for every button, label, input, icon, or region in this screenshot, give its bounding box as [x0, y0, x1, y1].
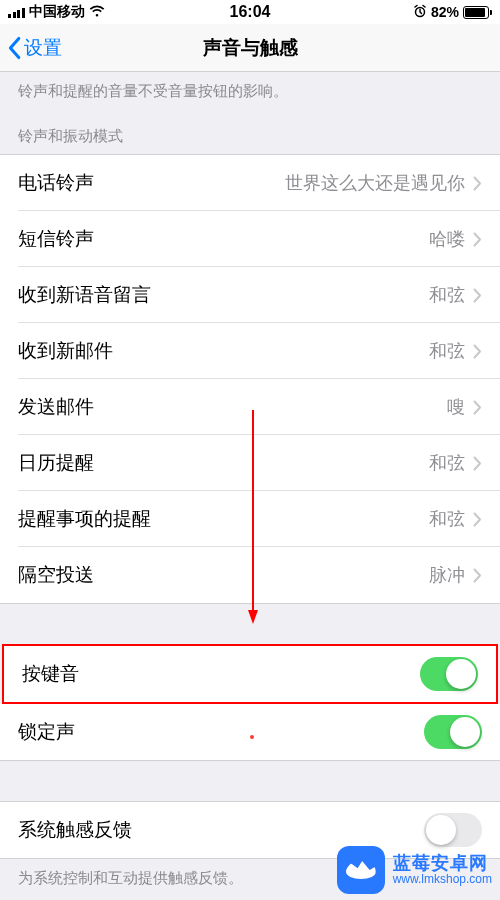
row-label: 系统触感反馈 [18, 817, 132, 843]
watermark-name: 蓝莓安卓网 [393, 854, 492, 874]
row-label: 收到新邮件 [18, 338, 113, 364]
battery-icon [463, 6, 492, 19]
row-value: 世界这么大还是遇见你 [285, 171, 465, 195]
row-label: 提醒事项的提醒 [18, 506, 151, 532]
content-scroll[interactable]: 铃声和提醒的音量不受音量按钮的影响。 铃声和振动模式 电话铃声 世界这么大还是遇… [0, 72, 500, 896]
chevron-right-icon [473, 288, 482, 303]
alarm-icon [413, 4, 427, 21]
chevron-right-icon [473, 512, 482, 527]
row-value: 嗖 [447, 395, 465, 419]
section-header-ringtone: 铃声和振动模式 [0, 109, 500, 154]
chevron-right-icon [473, 400, 482, 415]
row-value: 哈喽 [429, 227, 465, 251]
volume-desc: 铃声和提醒的音量不受音量按钮的影响。 [0, 72, 500, 109]
chevron-right-icon [473, 344, 482, 359]
clock: 16:04 [230, 3, 271, 21]
chevron-right-icon [473, 568, 482, 583]
watermark-url: www.lmkshop.com [393, 873, 492, 886]
status-bar: 中国移动 16:04 82% [0, 0, 500, 24]
page-title: 声音与触感 [203, 35, 298, 61]
row-ringtone[interactable]: 电话铃声 世界这么大还是遇见你 [0, 155, 500, 211]
battery-pct: 82% [431, 4, 459, 20]
row-label: 发送邮件 [18, 394, 94, 420]
row-reminders[interactable]: 提醒事项的提醒 和弦 [0, 491, 500, 547]
row-label: 锁定声 [18, 719, 75, 745]
watermark-logo-icon [337, 846, 385, 894]
wifi-icon [89, 4, 105, 20]
row-airdrop[interactable]: 隔空投送 脉冲 [0, 547, 500, 603]
row-keyboard-clicks: 按键音 [4, 646, 496, 702]
row-label: 收到新语音留言 [18, 282, 151, 308]
row-label: 日历提醒 [18, 450, 94, 476]
lock-sound-toggle[interactable] [424, 715, 482, 749]
carrier-label: 中国移动 [29, 3, 85, 21]
row-new-mail[interactable]: 收到新邮件 和弦 [0, 323, 500, 379]
row-calendar[interactable]: 日历提醒 和弦 [0, 435, 500, 491]
watermark: 蓝莓安卓网 www.lmkshop.com [337, 846, 492, 894]
back-label: 设置 [24, 35, 62, 61]
row-lock-sound: 锁定声 [0, 704, 500, 760]
nav-bar: 设置 声音与触感 [0, 24, 500, 72]
row-value: 和弦 [429, 283, 465, 307]
toggle-list-1: 按键音 [4, 646, 496, 702]
ringtone-list: 电话铃声 世界这么大还是遇见你 短信铃声 哈喽 收到新语音留言 和弦 收到新邮件 [0, 154, 500, 604]
row-value: 和弦 [429, 507, 465, 531]
row-text-tone[interactable]: 短信铃声 哈喽 [0, 211, 500, 267]
chevron-right-icon [473, 176, 482, 191]
row-label: 按键音 [22, 661, 79, 687]
toggle-list-2: 锁定声 [0, 704, 500, 761]
row-value: 脉冲 [429, 563, 465, 587]
system-haptics-toggle[interactable] [424, 813, 482, 847]
row-label: 隔空投送 [18, 562, 94, 588]
row-label: 电话铃声 [18, 170, 94, 196]
highlight-annotation: 按键音 [2, 644, 498, 704]
signal-icon [8, 6, 25, 18]
chevron-right-icon [473, 456, 482, 471]
row-sent-mail[interactable]: 发送邮件 嗖 [0, 379, 500, 435]
chevron-right-icon [473, 232, 482, 247]
dot-annotation [250, 735, 254, 739]
chevron-left-icon [6, 36, 22, 60]
row-voicemail[interactable]: 收到新语音留言 和弦 [0, 267, 500, 323]
keyboard-clicks-toggle[interactable] [420, 657, 478, 691]
row-value: 和弦 [429, 451, 465, 475]
row-label: 短信铃声 [18, 226, 94, 252]
back-button[interactable]: 设置 [0, 35, 62, 61]
row-value: 和弦 [429, 339, 465, 363]
